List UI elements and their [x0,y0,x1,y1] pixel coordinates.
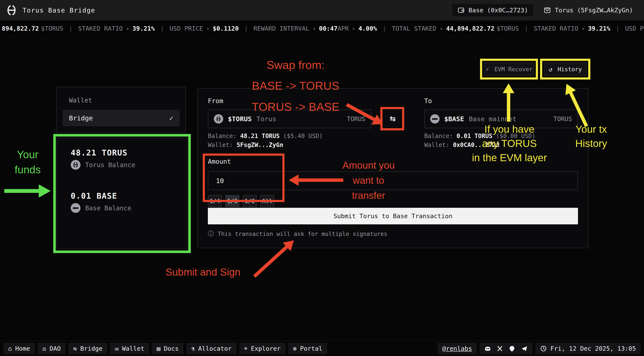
ticker-label: USD PRICE [170,25,203,32]
from-balance-usd: ($5.40 USD) [283,133,323,140]
to-token-select[interactable]: $BASE Base mainnet TORUS [424,110,578,128]
bridge-item-label: Bridge [69,114,93,122]
renlabs-link[interactable]: @renlabs [438,343,477,354]
lightning-icon: ⚡ [486,65,490,73]
base-wallet-button[interactable]: Base (0x0C…2723) [452,4,533,16]
wallet-nav-panel: Wallet Bridge ✓ [56,87,186,133]
from-wallet-label: Wallet: [208,141,233,149]
portal-icon: ⊕ [293,345,297,352]
balances-card: 48.21 TORUS Torus Balance 0.01 BASE Base… [57,138,188,249]
ticker-value: 00:47 [319,25,338,32]
ticker-suffix: $TORUS [41,25,64,32]
ticker-label: USD PRICE [625,25,644,32]
torus-wallet-button[interactable]: Torus (5FsgZW…AkZyGn) [538,4,638,16]
nav-allocator-label: Allocator [198,345,232,352]
from-token-select[interactable]: $TORUS Torus TORUS [208,110,372,128]
nav-wallet-button[interactable]: ✉ Wallet [110,343,149,354]
to-token-symbol: $BASE [444,115,464,123]
submit-annotation-note: Submit and Sign [153,266,253,278]
to-wallet-address: 0x0CA0...2723 [453,141,500,149]
base-balance-label: Base Balance [85,204,132,212]
bridge-form-card: From $TORUS Torus TORUS To $BASE Base ma… [197,88,589,248]
ticker-arrow: › [312,25,316,32]
allocator-icon: ⚗ [191,345,195,352]
ticker-arrow: › [581,25,585,32]
fraction-half-button[interactable]: 1/2 [243,195,257,207]
ticker-separator: | [244,25,248,32]
wallet-group-label: Wallet [69,97,92,104]
base-balance-amount: 0.01 BASE [71,191,117,200]
amount-input[interactable] [208,172,578,190]
datetime-text: Fri, 12 Dec 2025, 13:05 [550,345,636,352]
swap-direction-button[interactable] [384,111,401,127]
nav-explorer-button[interactable]: ⌖ Explorer [239,343,285,354]
from-balance-label: Balance: [208,133,236,140]
home-icon: ⌂ [8,345,12,352]
swap-arrows-icon [388,115,397,123]
from-balance-value: 48.21 TORUS [240,133,280,140]
to-unit: TORUS [554,115,572,123]
nav-home-button[interactable]: ⌂ Home [4,343,35,354]
sidebar-item-bridge[interactable]: Bridge ✓ [62,110,180,126]
ticker-label: STAKED RATIO [78,25,123,32]
fraction-third-button[interactable]: 1/3 [225,195,239,207]
app-title: Torus Base Bridge [22,6,95,14]
ticker-arrow: › [352,25,355,32]
nav-docs-button[interactable]: ▤ Docs [152,343,183,354]
nav-portal-button[interactable]: ⊕ Portal [288,343,327,354]
nav-wallet-label: Wallet [122,345,144,352]
torus-wallet-label: Torus (5FsgZW…AkZyGn) [555,6,633,14]
ticker-separator: | [524,25,528,32]
torus-coin-icon [71,160,80,170]
history-button[interactable]: ↺ History [544,62,586,76]
discord-icon[interactable] [484,345,491,352]
swap-note-line: Swap from: [240,54,351,75]
ticker-label: REWARD INTERVAL [254,25,309,32]
torus-balance-amount: 48.21 TORUS [71,148,128,157]
to-label: To [424,97,432,105]
ticker-left-group: 894,822.72 $TORUS | STAKED RATIO › 39.21… [2,25,338,32]
ticker-label: TOTAL STAKED [392,25,436,32]
clock-icon [540,345,547,352]
github-icon[interactable] [508,345,515,352]
ticker-separator: | [382,25,386,32]
ticker-arrow: › [439,25,443,32]
telegram-icon[interactable] [521,345,528,352]
base-wallet-label: Base (0x0C…2723) [468,6,528,14]
to-balance-line: Balance: 0.01 TORUS ($0.00 USD) [424,133,536,140]
torus-coin-icon [214,114,223,124]
funds-note-line: Your [6,147,49,162]
ticker-label: STAKED RATIO [534,25,578,32]
evm-recover-button[interactable]: ⚡ EVM Recover [484,62,534,76]
nav-docs-label: Docs [164,345,179,352]
to-network-name: Base mainnet [469,115,516,123]
torus-balance-row: Torus Balance [71,160,135,170]
from-network-name: Torus [256,115,276,123]
from-token-symbol: $TORUS [228,115,252,123]
nav-allocator-button[interactable]: ⚗ Allocator [186,343,236,354]
evm-recover-label: EVM Recover [494,66,532,72]
nav-dao-label: DAO [50,345,61,352]
to-balance-value: 0.01 TORUS [456,133,492,140]
signatures-info-row: ⓘ This transaction will ask for multiple… [208,230,388,238]
nav-explorer-label: Explorer [251,345,281,352]
nav-dao-button[interactable]: ⚖ DAO [38,343,66,354]
ticker-separator: | [69,25,72,32]
ticker-arrow: › [206,25,210,32]
from-wallet-address: 5FsgZW...ZyGn [236,141,283,149]
history-icon: ↺ [548,65,552,73]
fraction-all-button[interactable]: All [260,195,274,207]
fraction-quarter-button[interactable]: 1/4 [208,195,222,207]
x-icon[interactable] [497,345,503,352]
to-wallet-line: Wallet: 0x0CA0...2723 [424,141,500,149]
to-balance-usd: ($0.00 USD) [496,133,536,140]
nav-bridge-button[interactable]: ⇆ Bridge [68,343,107,354]
torus-logo-icon [6,5,17,16]
base-coin-icon [430,114,440,124]
ticker-label: APR [338,25,348,32]
nav-portal-label: Portal [300,345,322,352]
bridge-arrows-icon: ⇆ [73,345,77,352]
submit-transaction-button[interactable]: Submit Torus to Base Transaction [208,208,578,224]
base-coin-icon [71,203,80,213]
app-screen: Torus Base Bridge Base (0x0C…2723) Torus… [0,0,644,356]
